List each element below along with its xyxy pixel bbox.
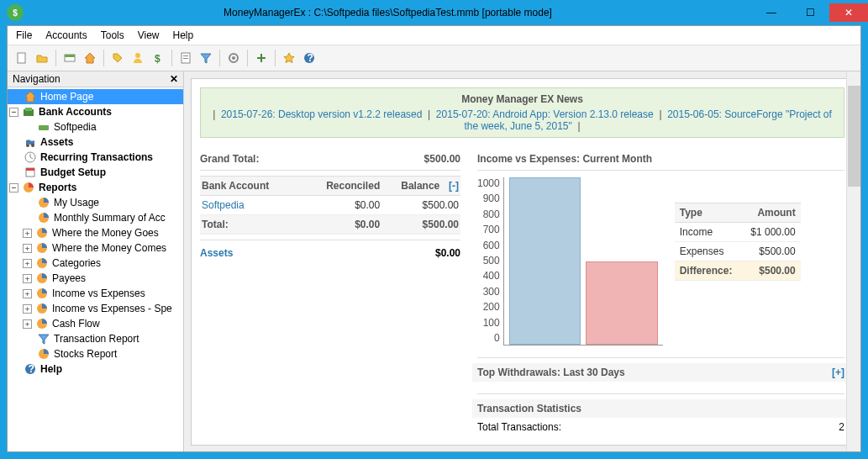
chart-bars <box>503 177 663 346</box>
payee-icon[interactable] <box>129 49 147 67</box>
legend-col-amount: Amount <box>742 203 801 223</box>
app-icon: $ <box>7 4 24 21</box>
nav-bank-accounts[interactable]: −Bank Accounts <box>8 104 183 119</box>
collapse-icon[interactable]: − <box>9 183 18 193</box>
nav-categories[interactable]: +Categories <box>8 256 183 271</box>
svg-rect-0 <box>18 53 25 63</box>
expand-icon[interactable]: + <box>23 244 32 253</box>
help-icon[interactable]: ? <box>300 49 318 67</box>
svg-rect-6 <box>183 55 188 56</box>
nav-help[interactable]: ?Help <box>8 361 183 377</box>
nav-income-expenses-spe[interactable]: +Income vs Expenses - Spe <box>8 301 183 316</box>
table-row[interactable]: Softpedia $0.00 $500.00 <box>200 196 460 215</box>
news-panel: Money Manager EX News | 2015-07-26: Desk… <box>200 87 844 138</box>
separator <box>247 50 248 66</box>
svg-point-3 <box>135 53 140 58</box>
svg-rect-11 <box>257 57 266 59</box>
star-icon[interactable] <box>280 49 298 67</box>
col-collapse[interactable]: [-] <box>441 177 460 196</box>
total-reconciled: $0.00 <box>301 215 382 235</box>
menu-view[interactable]: View <box>138 29 160 41</box>
news-link-1[interactable]: 2015-07-26: Desktop version v1.2.2 relea… <box>221 108 422 120</box>
legend-diff-label: Difference: <box>675 261 742 281</box>
bar-income <box>509 177 581 345</box>
chart-legend: TypeAmount Income$1 000.00 Expenses$500.… <box>675 203 801 346</box>
expand-icon[interactable]: + <box>23 319 32 329</box>
nav-home[interactable]: Home Page <box>8 89 183 104</box>
legend-income-label: Income <box>675 223 742 242</box>
new-file-icon[interactable] <box>13 49 31 67</box>
navigation-panel: Navigation ✕ Home Page −Bank Accounts So… <box>8 71 184 451</box>
toolbar: $ ? <box>8 45 860 71</box>
close-button[interactable]: ✕ <box>829 3 868 22</box>
expand-icon[interactable]: + <box>23 259 32 268</box>
col-balance[interactable]: Balance <box>381 177 441 196</box>
expand-icon[interactable]: + <box>23 229 32 238</box>
nav-where-goes[interactable]: +Where the Money Goes <box>8 225 183 240</box>
accounts-table: Bank Account Reconciled Balance [-] Soft… <box>200 176 460 235</box>
nav-where-comes[interactable]: +Where the Money Comes <box>8 240 183 256</box>
nav-payees[interactable]: +Payees <box>8 271 183 286</box>
total-label: Total: <box>200 215 301 235</box>
nav-budget[interactable]: Budget Setup <box>8 165 183 180</box>
separator <box>103 50 104 66</box>
menu-file[interactable]: File <box>16 29 32 41</box>
svg-text:$: $ <box>155 53 160 65</box>
nav-header: Navigation ✕ <box>8 71 183 87</box>
legend-diff-value: $500.00 <box>742 261 801 281</box>
nav-title: Navigation <box>13 73 60 85</box>
account-name[interactable]: Softpedia <box>200 196 301 215</box>
nav-stocks[interactable]: Stocks Report <box>8 346 183 361</box>
home-icon[interactable] <box>81 49 99 67</box>
nav-cashflow[interactable]: +Cash Flow <box>8 316 183 331</box>
nav-softpedia[interactable]: Softpedia <box>8 119 183 135</box>
maximize-button[interactable]: ☐ <box>791 3 829 22</box>
legend-col-type: Type <box>675 203 742 223</box>
stats-title: Transaction Statistics <box>477 403 581 414</box>
nav-assets[interactable]: Assets <box>8 135 183 150</box>
currency-icon[interactable]: $ <box>149 49 167 67</box>
nav-transaction-report[interactable]: Transaction Report <box>8 331 183 346</box>
expand-icon[interactable]: + <box>23 289 32 298</box>
svg-text:?: ? <box>29 363 34 375</box>
account-icon[interactable] <box>60 49 79 67</box>
news-link-2[interactable]: 2015-07-20: Android App: Version 2.13.0 … <box>436 108 654 120</box>
nav-income-expenses[interactable]: +Income vs Expenses <box>8 286 183 301</box>
income-expense-chart: 10009008007006005004003002001000 <box>477 177 663 346</box>
menu-help[interactable]: Help <box>173 29 194 41</box>
nav-close-icon[interactable]: ✕ <box>170 73 178 85</box>
minimize-button[interactable]: — <box>752 3 791 22</box>
expand-icon[interactable]: + <box>23 304 32 314</box>
titlebar[interactable]: $ MoneyManagerEx : C:\Softpedia files\So… <box>0 0 868 25</box>
withdrawals-title: Top Withdrawals: Last 30 Days <box>477 367 625 378</box>
report-icon[interactable] <box>176 49 195 67</box>
grand-total-value: $500.00 <box>424 153 460 165</box>
expand-icon[interactable]: + <box>23 274 32 283</box>
assets-link[interactable]: Assets <box>200 247 233 259</box>
menu-tools[interactable]: Tools <box>101 29 124 41</box>
nav-recurring[interactable]: Recurring Transactions <box>8 150 183 165</box>
scrollbar-thumb[interactable] <box>848 86 860 187</box>
account-reconciled: $0.00 <box>301 196 382 215</box>
open-file-icon[interactable] <box>33 49 51 67</box>
add-icon[interactable] <box>252 49 271 67</box>
chart-title: Income vs Expenses: Current Month <box>477 148 844 171</box>
menubar: File Accounts Tools View Help <box>8 26 860 45</box>
menu-accounts[interactable]: Accounts <box>45 29 87 41</box>
news-links: | 2015-07-26: Desktop version v1.2.2 rel… <box>206 108 839 132</box>
col-reconciled[interactable]: Reconciled <box>301 177 382 196</box>
nav-reports[interactable]: −Reports <box>8 180 183 195</box>
grand-total-row: Grand Total: $500.00 <box>200 148 460 171</box>
vertical-scrollbar[interactable] <box>846 71 860 451</box>
legend-expenses-label: Expenses <box>675 242 742 261</box>
settings-icon[interactable] <box>224 49 243 67</box>
col-account[interactable]: Bank Account <box>200 177 301 196</box>
collapse-icon[interactable]: − <box>9 108 18 117</box>
content-area: Money Manager EX News | 2015-07-26: Desk… <box>184 71 860 451</box>
category-icon[interactable] <box>108 49 127 67</box>
nav-usage[interactable]: My Usage <box>8 195 183 210</box>
nav-monthly-summary[interactable]: Monthly Summary of Acc <box>8 210 183 225</box>
withdrawals-toggle[interactable]: [+] <box>832 367 844 378</box>
filter-icon[interactable] <box>197 49 215 67</box>
svg-rect-21 <box>26 168 34 171</box>
